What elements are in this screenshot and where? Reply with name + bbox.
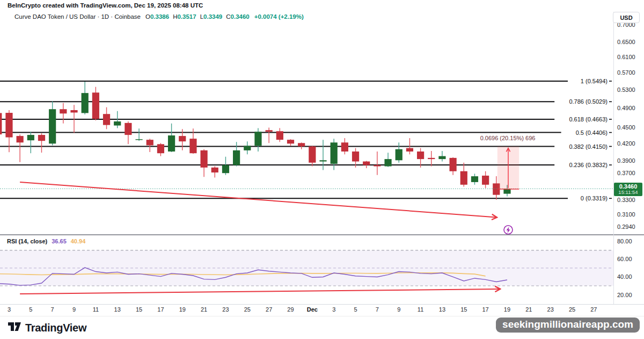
lightning-bolt-icon[interactable] xyxy=(504,226,513,234)
tradingview-chart-window: BeInCrypto created with TradingView.com,… xyxy=(0,0,644,339)
tradingview-logo-text: TradingView xyxy=(25,322,86,334)
site-watermark: seekingmillionaireapp.com xyxy=(496,318,640,333)
drawings-layer xyxy=(20,147,519,234)
bar-countdown: 15:11:54 xyxy=(614,190,642,195)
currency-toggle-button[interactable]: USD xyxy=(613,12,640,23)
footer-bar: TradingView seekingmillionaireapp.com xyxy=(0,316,644,339)
chart-canvas[interactable] xyxy=(0,0,644,339)
candles-layer xyxy=(0,82,511,200)
tradingview-logo[interactable]: TradingView xyxy=(8,321,86,335)
fib-retracement-layer xyxy=(0,81,612,198)
last-price-badge: 0.3460 15:11:54 xyxy=(614,183,642,196)
tradingview-logo-icon xyxy=(8,321,21,335)
rsi-band-layer xyxy=(0,250,613,286)
